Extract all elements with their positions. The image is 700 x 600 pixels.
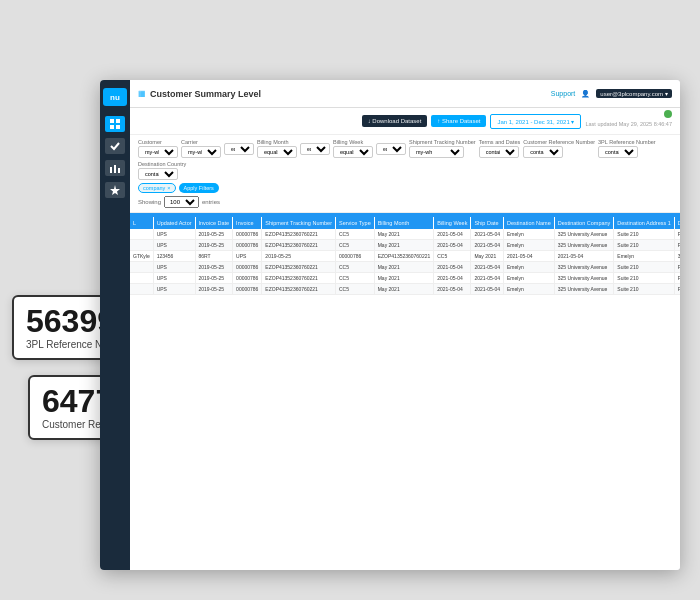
table-cell: EZOP41352360760221 [262,262,336,273]
tracking-label: Shipment Tracking Number [409,139,476,145]
table-cell: 325 University Avenue [674,251,680,262]
table-cell: 2021-05-04 [554,251,614,262]
billing-week-label: Billing Week [333,139,373,145]
support-link[interactable]: Support [551,90,576,97]
date-range-label: Jan 1, 2021 - Dec 31, 2021 ▾ [497,119,574,125]
operator-select-2[interactable]: equals [300,143,330,155]
terms-select[interactable]: contains [479,146,519,158]
3pl-ref-label: 3PL Reference Number [598,139,656,145]
filter-customer: Customer my-wh [138,139,178,158]
table-cell: May 2021 [374,240,434,251]
data-table: L Updated Actor Invoice Date Invoice Shi… [130,217,680,295]
table-cell: 325 University Avenue [554,273,614,284]
col-ship-date: Ship Date [471,217,504,229]
billing-month-select[interactable]: equals [257,146,297,158]
table-cell: UPS [153,273,195,284]
col-tracking: Shipment Tracking Number [262,217,336,229]
col-dest-company: Destination Company [554,217,614,229]
table-cell: 325 University Avenue [554,262,614,273]
table-cell: 2019-05-25 [195,229,233,240]
table-cell: 00000786 [233,229,262,240]
customer-filter-label: Customer [138,139,178,145]
filter-customer-ref: Customer Reference Number contains [523,139,595,158]
table-row[interactable]: UPS2019-05-2500000786EZOP41352360760221C… [130,240,680,251]
table-cell: Suite 210 [614,240,675,251]
customer-filter-select[interactable]: my-wh [138,146,178,158]
operator-select-3[interactable]: equals [376,143,406,155]
sidebar-item-check[interactable] [105,138,125,154]
date-range-button[interactable]: Jan 1, 2021 - Dec 31, 2021 ▾ [490,114,581,129]
sidebar-item-star[interactable] [105,182,125,198]
col-invoice: Invoice [233,217,262,229]
main-content: ▦ Customer Summary Level Support 👤 user@… [130,80,680,570]
sidebar-item-grid[interactable] [105,116,125,132]
table-cell: 00000786 [233,262,262,273]
sidebar-item-chart[interactable] [105,160,125,176]
table-cell: 123456 [153,251,195,262]
col-dest-addr1: Destination Address 1 [614,217,675,229]
table-cell: 86RT [195,251,233,262]
top-bar-right: Support 👤 user@3plcompany.com ▾ [551,89,672,98]
table-cell [130,262,153,273]
table-cell: 2021-05-04 [504,251,555,262]
table-row[interactable]: UPS2019-05-2500000786EZOP41352360760221C… [130,273,680,284]
customer-ref-label: Customer Reference Number [523,139,595,145]
tracking-select[interactable]: my-wh [409,146,464,158]
filter-tag-close[interactable]: × [167,185,170,191]
carrier-filter-label: Carrier [181,139,221,145]
table-cell: 325 University Avenue [554,240,614,251]
operator-select-1[interactable]: equals [224,143,254,155]
table-row[interactable]: GTKyle12345686RTUPS2019-05-2500000786EZO… [130,251,680,262]
apply-filters-button[interactable]: Apply Filters [179,183,219,193]
dropdown-icon: ▾ [665,90,668,97]
table-cell: 325 University Avenue [554,229,614,240]
table-cell: CC5 [336,262,375,273]
page-size-select[interactable]: 100 50 25 [164,196,199,208]
table-cell [130,240,153,251]
table-cell: Emelyn [614,251,675,262]
table-cell: 2019-05-25 [195,262,233,273]
col-updated: Updated Actor [153,217,195,229]
table-row[interactable]: UPS2019-05-2500000786EZOP41352360760221C… [130,284,680,295]
user-icon: 👤 [581,90,590,98]
filter-row-2: company × Apply Filters [138,183,672,193]
user-label: user@3plcompany.com [600,91,663,97]
table-cell: 2021-05-04 [434,240,471,251]
table-row[interactable]: UPS2019-05-2500000786EZOP41352360760221C… [130,262,680,273]
download-button[interactable]: ↓ Download Dataset [362,115,428,127]
table-cell: May 2021 [374,284,434,295]
table-cell: 2021-05-04 [434,229,471,240]
table-cell: EZOP41352360760221 [262,284,336,295]
table-row[interactable]: UPS2019-05-2500000786EZOP41352360760221C… [130,229,680,240]
col-billing-month: Billing Month [374,217,434,229]
table-cell: May 2021 [471,251,504,262]
table-cell: Emelyn [504,262,555,273]
screenshot-container: 5639987 3PL Reference Number 64772 Custo… [0,0,700,600]
data-table-container[interactable]: L Updated Actor Invoice Date Invoice Shi… [130,217,680,570]
user-badge[interactable]: user@3plcompany.com ▾ [596,89,672,98]
table-cell: EZOP41352360760221 [262,240,336,251]
sidebar: nu [100,80,130,570]
destination-label: Destination Country [138,161,186,167]
filter-tag-company[interactable]: company × [138,183,176,193]
3pl-ref-select[interactable]: contains [598,146,638,158]
table-cell: 2021-05-04 [471,240,504,251]
billing-week-select[interactable]: equals [333,146,373,158]
table-cell: Suite 210 [614,273,675,284]
destination-select[interactable]: contains [138,168,178,180]
svg-rect-2 [110,125,114,129]
entries-label: entries [202,199,220,205]
filter-carrier: Carrier my-wh [181,139,221,158]
table-cell: CC5 [336,284,375,295]
app-window: nu ▦ Customer Summary Level [100,80,680,570]
table-cell: CC5 [336,229,375,240]
share-button[interactable]: ↑ Share Dataset [431,115,486,127]
app-logo[interactable]: nu [103,88,127,106]
customer-ref-select[interactable]: contains [523,146,563,158]
table-cell: 2021-05-04 [471,262,504,273]
table-cell: 2021-05-04 [471,229,504,240]
svg-marker-7 [110,185,120,195]
svg-rect-4 [110,167,112,173]
carrier-filter-select[interactable]: my-wh [181,146,221,158]
filter-terms: Terms and Dates contains [479,139,521,158]
